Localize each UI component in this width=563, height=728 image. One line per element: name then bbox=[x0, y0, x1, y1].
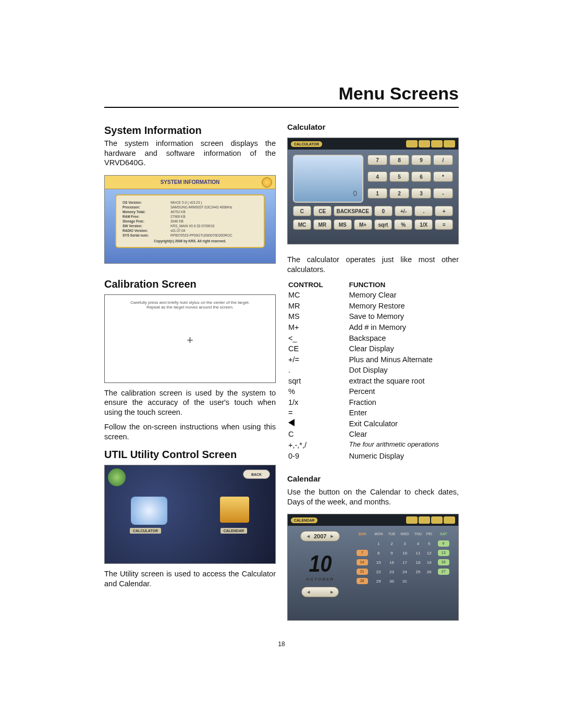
calendar-cell: 31 bbox=[398, 576, 412, 586]
utility-back-button: BACK bbox=[243, 470, 270, 479]
calculator-paragraph: The calculator operates just like most o… bbox=[287, 255, 459, 274]
calc-key: MS bbox=[334, 219, 352, 230]
calendar-cell: 11 bbox=[412, 548, 424, 558]
dow-header: FRI bbox=[424, 531, 434, 539]
control-cell: . bbox=[288, 365, 348, 375]
title-rule bbox=[104, 107, 459, 108]
calendar-cell: 7 bbox=[352, 548, 371, 558]
function-cell: Percent bbox=[349, 387, 458, 397]
crosshair-icon: + bbox=[187, 334, 193, 347]
calendar-grid: SUNMONTUEWEDTHUFRISAT1234567891011121314… bbox=[352, 531, 453, 597]
control-cell: 0-9 bbox=[288, 451, 348, 461]
sysinfo-key: RAM Free: bbox=[123, 215, 169, 218]
calendar-cell: 19 bbox=[424, 558, 434, 567]
calendar-cell bbox=[352, 539, 371, 548]
sysinfo-key: Storage Free: bbox=[123, 219, 169, 223]
control-cell: 1/x bbox=[288, 398, 348, 408]
table-row: %Percent bbox=[288, 387, 458, 397]
sysinfo-val: v01.07.04 bbox=[170, 229, 258, 232]
calc-key: * bbox=[433, 171, 453, 182]
control-cell: MS bbox=[288, 312, 348, 322]
calendar-cell: 5 bbox=[424, 539, 434, 548]
calendar-screenshot: CALENDAR ◄ 2007 ► 10 OCTOBER ◄ bbox=[287, 514, 459, 621]
calendar-cell: 14 bbox=[352, 558, 371, 567]
table-row: Exit Calculator bbox=[288, 419, 458, 429]
calendar-cell: 9 bbox=[386, 548, 398, 558]
calibration-paragraph-2: Follow the on-screen instructions when u… bbox=[104, 422, 276, 441]
left-triangle-icon bbox=[288, 419, 295, 426]
sysinfo-val: 46752 KB bbox=[170, 210, 258, 214]
table-row: MRMemory Restore bbox=[288, 301, 458, 311]
calendar-cell: 13 bbox=[434, 548, 453, 558]
calc-key: 0 bbox=[374, 206, 393, 216]
year-value: 2007 bbox=[314, 533, 326, 539]
month-next-icon: ► bbox=[329, 589, 334, 595]
calendar-cell: 29 bbox=[372, 576, 386, 586]
function-cell: The four arithmetic operations bbox=[349, 440, 458, 450]
control-cell: MR bbox=[288, 301, 348, 311]
control-cell: +,-,*,/ bbox=[288, 440, 348, 450]
control-cell: MC bbox=[288, 290, 348, 300]
table-row: CEClear Display bbox=[288, 344, 458, 354]
table-header-control: CONTROL bbox=[288, 280, 348, 289]
calc-key: 5 bbox=[389, 171, 409, 182]
calib-line1: Carefully press and briefly hold stylus … bbox=[130, 300, 250, 305]
calc-key: 1 bbox=[368, 188, 387, 199]
function-cell: Numeric Display bbox=[349, 451, 458, 461]
calc-key: % bbox=[394, 219, 412, 230]
function-cell: Memory Clear bbox=[349, 290, 458, 300]
calendar-cell: 27 bbox=[434, 567, 453, 576]
table-row: +/=Plus and Minus Alternate bbox=[288, 355, 458, 365]
control-cell: % bbox=[288, 387, 348, 397]
calendar-cell: 20 bbox=[434, 558, 453, 567]
dow-header: THU bbox=[412, 531, 424, 539]
calendar-cell: 3 bbox=[398, 539, 412, 548]
calc-key: MR bbox=[313, 219, 332, 230]
calc-key: 3 bbox=[411, 188, 431, 199]
table-row: 1/xFraction bbox=[288, 398, 458, 408]
sysinfo-val: KRS_MAIN V0.9.33 07/09/10 bbox=[170, 224, 258, 228]
function-cell: extract the square root bbox=[349, 376, 458, 386]
function-cell: Clear Display bbox=[349, 344, 458, 354]
sysinfo-paragraph: The system information screen displays t… bbox=[104, 139, 276, 168]
sysinfo-key: RADIO Version: bbox=[123, 229, 169, 232]
function-cell: Exit Calculator bbox=[349, 419, 458, 429]
control-cell: M+ bbox=[288, 323, 348, 332]
calendar-heading: Calendar bbox=[287, 474, 459, 483]
calc-key: CE bbox=[313, 206, 332, 216]
calendar-title-tag: CALENDAR bbox=[291, 517, 317, 523]
function-cell: Plus and Minus Alternate bbox=[349, 355, 458, 365]
year-next-icon: ► bbox=[329, 534, 334, 539]
calibration-paragraph: The calibration screen is used by the sy… bbox=[104, 388, 276, 417]
calc-key: C bbox=[293, 206, 311, 216]
calendar-icon-label: CALENDAR bbox=[221, 528, 247, 534]
month-name: OCTOBER bbox=[306, 577, 334, 582]
calendar-cell bbox=[424, 576, 434, 586]
utility-paragraph: The Utility screen is used to access the… bbox=[104, 569, 276, 588]
calc-key: / bbox=[433, 155, 453, 165]
table-row: CClear bbox=[288, 429, 458, 439]
control-cell: +/= bbox=[288, 355, 348, 365]
control-cell: = bbox=[288, 408, 348, 418]
calendar-cell: 18 bbox=[412, 558, 424, 567]
year-selector: ◄ 2007 ► bbox=[300, 531, 340, 541]
function-cell: Memory Restore bbox=[349, 301, 458, 311]
control-cell: sqrt bbox=[288, 376, 348, 386]
utility-logo-icon bbox=[108, 468, 126, 486]
calculator-icon bbox=[131, 497, 167, 525]
calendar-cell: 24 bbox=[398, 567, 412, 576]
page-number: 18 bbox=[104, 640, 459, 648]
sysinfo-copyright: Copyright(c) 2006 by KRS. All right rese… bbox=[121, 239, 259, 243]
function-cell: Dot Display bbox=[349, 365, 458, 375]
dow-header: SUN bbox=[352, 531, 371, 539]
calc-key: sqrt bbox=[374, 219, 393, 230]
calendar-cell: 10 bbox=[398, 548, 412, 558]
calculator-icon-label: CALCULATOR bbox=[130, 528, 161, 534]
sysinfo-key: Processor: bbox=[123, 205, 169, 209]
sysinfo-titlebar: SYSTEM INFORMATION bbox=[105, 176, 275, 189]
function-cell: Save to Memory bbox=[349, 312, 458, 322]
table-row: MCMemory Clear bbox=[288, 290, 458, 300]
calendar-cell: 23 bbox=[386, 567, 398, 576]
calc-key: 7 bbox=[368, 155, 387, 165]
dow-header: WED bbox=[398, 531, 412, 539]
